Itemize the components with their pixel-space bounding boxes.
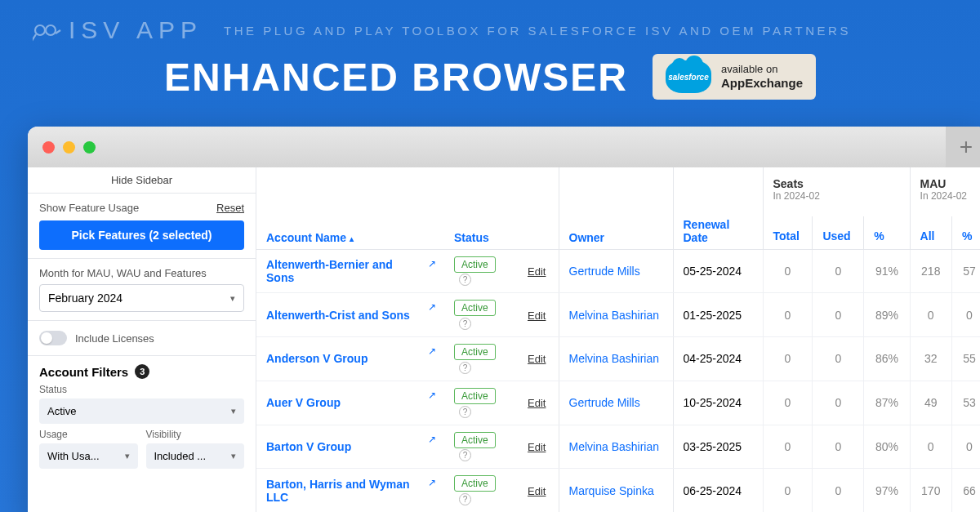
mau-all: 32 [910, 337, 951, 381]
renewal-date: 01-25-2025 [673, 293, 763, 337]
renewal-date: 04-25-2024 [673, 337, 763, 381]
col-seats-pct[interactable]: % [864, 216, 910, 249]
status-badge: Active [454, 388, 496, 404]
owner-link[interactable]: Marquise Spinka [569, 484, 654, 497]
mau-all: 0 [910, 425, 951, 469]
external-link-icon[interactable]: ↗ [428, 345, 436, 357]
status-badge: Active [454, 432, 496, 448]
usage-filter-label: Usage [39, 429, 138, 440]
status-filter-select[interactable]: Active ▾ [39, 398, 244, 424]
mau-all: 49 [910, 381, 951, 425]
account-link[interactable]: Barton V Group [266, 440, 351, 453]
reset-button[interactable]: Reset [216, 202, 244, 214]
edit-link[interactable]: Edit [528, 397, 546, 409]
edit-link[interactable]: Edit [528, 353, 546, 365]
col-seats-total[interactable]: Total [763, 216, 813, 249]
tagline: THE PLUG AND PLAY TOOLBOX FOR SALESFORCE… [224, 24, 851, 38]
col-seats-used[interactable]: Used [813, 216, 864, 249]
svg-point-0 [35, 25, 45, 35]
pick-features-button[interactable]: Pick Features (2 selected) [39, 220, 244, 250]
seats-total: 0 [763, 337, 813, 381]
help-icon[interactable]: ? [459, 493, 471, 505]
seats-pct: 87% [864, 381, 910, 425]
mau-pct: 55 [951, 337, 980, 381]
help-icon[interactable]: ? [459, 274, 471, 286]
salesforce-cloud-icon: salesforce [666, 60, 711, 93]
edit-link[interactable]: Edit [528, 265, 546, 278]
col-mau-pct[interactable]: % [951, 216, 980, 249]
mau-pct: 57 [951, 249, 980, 293]
brand-name: ISV APP [69, 16, 203, 44]
status-badge: Active [454, 475, 496, 492]
help-icon[interactable]: ? [459, 318, 471, 330]
appexchange-badge[interactable]: salesforce available on AppExchange [653, 54, 816, 100]
external-link-icon[interactable]: ↗ [428, 477, 436, 488]
account-link[interactable]: Altenwerth-Bernier and Sons [266, 258, 393, 284]
brand-logo: ISV APP [33, 16, 203, 44]
visibility-filter-select[interactable]: Included ... ▾ [146, 443, 245, 469]
logo-icon [33, 20, 62, 40]
mau-pct: 0 [951, 293, 980, 337]
month-label: Month for MAU, WAU and Features [39, 267, 244, 279]
col-group-mau: MAU In 2024-02 [910, 167, 980, 216]
owner-link[interactable]: Melvina Bashirian [569, 440, 660, 453]
help-icon[interactable]: ? [459, 449, 471, 461]
status-badge: Active [454, 256, 496, 273]
col-renewal[interactable]: Renewal Date [673, 167, 763, 249]
edit-link[interactable]: Edit [528, 441, 546, 453]
seats-total: 0 [763, 469, 813, 512]
page-title: ENHANCED BROWSER [164, 55, 628, 100]
external-link-icon[interactable]: ↗ [428, 301, 436, 313]
help-icon[interactable]: ? [459, 406, 471, 418]
col-account[interactable]: Account Name▴ [256, 167, 444, 249]
include-licenses-label: Include Licenses [75, 332, 154, 345]
owner-link[interactable]: Gertrude Mills [569, 265, 640, 278]
col-group-seats: Seats In 2024-02 [763, 167, 910, 216]
window-close-button[interactable] [42, 141, 55, 154]
table-row: Barton, Harris and Wyman LLC↗ Active? Ed… [256, 469, 980, 512]
account-link[interactable]: Anderson V Group [266, 352, 368, 365]
window-maximize-button[interactable] [83, 141, 96, 154]
edit-link[interactable]: Edit [528, 309, 546, 322]
app-window: + Hide Sidebar Show Feature Usage Reset … [28, 127, 980, 512]
seats-total: 0 [763, 293, 813, 337]
account-link[interactable]: Auer V Group [266, 396, 341, 409]
table-row: Auer V Group↗ Active? Edit Gertrude Mill… [256, 381, 980, 425]
badge-text: available on AppExchange [721, 63, 803, 91]
renewal-date: 03-25-2025 [673, 425, 763, 469]
seats-used: 0 [813, 337, 864, 381]
renewal-date: 06-25-2024 [673, 469, 763, 512]
help-icon[interactable]: ? [459, 362, 471, 374]
svg-point-1 [46, 25, 56, 35]
owner-link[interactable]: Melvina Bashirian [569, 309, 660, 322]
external-link-icon[interactable]: ↗ [428, 390, 436, 401]
month-select[interactable]: February 2024 ▾ [39, 284, 244, 312]
status-badge: Active [454, 300, 496, 316]
window-minimize-button[interactable] [63, 141, 75, 154]
chevron-down-icon: ▾ [231, 406, 236, 416]
seats-total: 0 [763, 381, 813, 425]
col-owner[interactable]: Owner [559, 167, 673, 249]
seats-pct: 97% [864, 469, 910, 512]
owner-link[interactable]: Gertrude Mills [569, 396, 640, 409]
table-row: Anderson V Group↗ Active? Edit Melvina B… [256, 337, 980, 381]
external-link-icon[interactable]: ↗ [428, 434, 436, 445]
account-link[interactable]: Altenwerth-Crist and Sons [266, 309, 410, 322]
col-mau-all[interactable]: All [910, 216, 951, 249]
seats-used: 0 [813, 469, 864, 512]
seats-pct: 91% [864, 249, 910, 293]
owner-link[interactable]: Melvina Bashirian [569, 352, 660, 365]
external-link-icon[interactable]: ↗ [428, 258, 436, 269]
seats-used: 0 [813, 293, 864, 337]
seats-used: 0 [813, 249, 864, 293]
new-tab-button[interactable]: + [946, 127, 980, 167]
hide-sidebar-button[interactable]: Hide Sidebar [28, 167, 256, 194]
col-status[interactable]: Status [444, 167, 518, 249]
seats-pct: 80% [864, 425, 910, 469]
account-link[interactable]: Barton, Harris and Wyman LLC [266, 478, 410, 504]
edit-link[interactable]: Edit [528, 485, 546, 497]
seats-used: 0 [813, 381, 864, 425]
usage-filter-select[interactable]: With Usa... ▾ [39, 443, 138, 469]
include-licenses-toggle[interactable] [39, 331, 67, 345]
sort-asc-icon: ▴ [350, 234, 354, 243]
